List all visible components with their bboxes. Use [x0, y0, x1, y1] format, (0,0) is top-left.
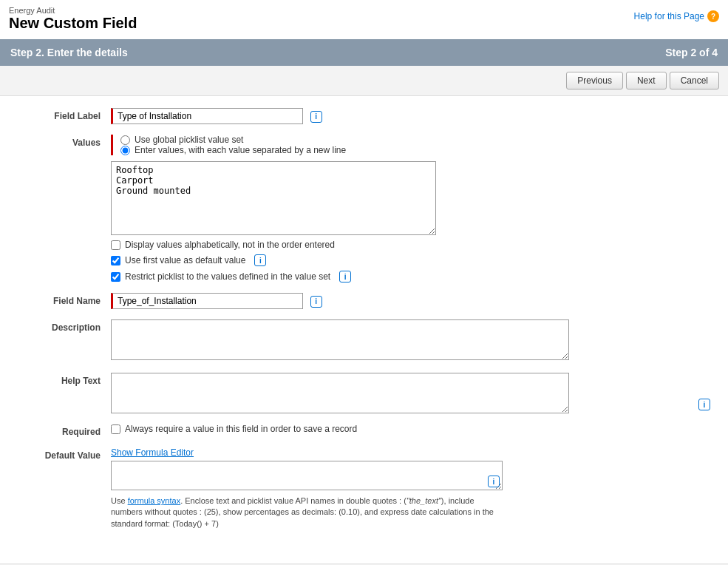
radio-enter-label: Enter values, with each value separated … [135, 145, 346, 155]
restrict-info-icon[interactable]: i [339, 271, 351, 282]
page-title: New Custom Field [9, 15, 719, 32]
default-value-label: Default Value [15, 447, 111, 461]
checkbox-required-label: Always require a value in this field in … [125, 424, 357, 434]
description-control [111, 319, 713, 362]
required-label: Required [15, 424, 111, 437]
values-label: Values [15, 135, 111, 148]
required-checkbox-row: Always require a value in this field in … [111, 424, 713, 434]
step-banner-left: Step 2. Enter the details [10, 47, 128, 58]
app-name: Energy Audit [9, 6, 719, 15]
checkbox-first-value-row: Use first value as default value i [111, 254, 713, 266]
default-value-info-icon[interactable]: i [488, 476, 500, 487]
page-container: Energy Audit New Custom Field Help for t… [0, 0, 728, 565]
values-row: Values Use global picklist value set Ent… [15, 135, 713, 282]
field-name-input[interactable] [111, 293, 303, 309]
show-formula-link[interactable]: Show Formula Editor [111, 447, 713, 458]
checkbox-restrict-row: Restrict picklist to the values defined … [111, 271, 713, 282]
field-label-input[interactable] [111, 108, 303, 124]
values-control: Use global picklist value set Enter valu… [111, 135, 713, 282]
previous-button-top[interactable]: Previous [566, 72, 623, 89]
help-text-row: Help Text i [15, 373, 713, 413]
formula-hint: Use formula syntax. Enclose text and pic… [111, 495, 503, 530]
radio-option-global: Use global picklist value set [120, 135, 713, 145]
help-text-info-icon[interactable]: i [698, 399, 710, 410]
cancel-button-top[interactable]: Cancel [670, 72, 719, 89]
step-banner: Step 2. Enter the details Step 2 of 4 [0, 39, 728, 66]
checkbox-restrict-label: Restrict picklist to the values defined … [125, 271, 330, 282]
field-name-label: Field Name [15, 293, 111, 306]
hint-example3: (0.10) [339, 507, 360, 516]
required-control: Always require a value in this field in … [111, 424, 713, 434]
description-label: Description [15, 319, 111, 333]
help-text-control: i [111, 373, 713, 413]
values-textarea[interactable]: Rooftop Carport Ground mounted [111, 161, 436, 235]
field-name-info-icon[interactable]: i [310, 296, 322, 308]
hint-example4: (Today() + 7) [172, 519, 219, 528]
checkbox-alphabetically[interactable] [111, 240, 120, 250]
step-banner-right: Step 2 of 4 [665, 47, 718, 58]
page-header: Energy Audit New Custom Field Help for t… [0, 0, 728, 39]
field-name-control: i [111, 293, 713, 309]
checkbox-alphabetically-label: Display values alphabetically, not in th… [125, 240, 335, 250]
radio-enter-values[interactable] [120, 146, 130, 155]
values-radio-group: Use global picklist value set Enter valu… [111, 135, 713, 155]
field-label-row: Field Label i [15, 108, 713, 124]
field-label-label: Field Label [15, 108, 111, 121]
checkbox-first-value-label: Use first value as default value [125, 255, 245, 265]
default-value-textarea[interactable] [111, 461, 503, 490]
radio-option-enter: Enter values, with each value separated … [120, 145, 713, 155]
formula-syntax-link[interactable]: formula syntax [128, 496, 181, 505]
help-link-text: Help for this Page [634, 11, 704, 21]
form-body: Field Label i Values Use global picklist… [0, 96, 728, 552]
hint-example1: ("the_text") [404, 496, 443, 505]
radio-global-picklist[interactable] [120, 135, 130, 145]
description-row: Description [15, 319, 713, 362]
checkbox-alphabetically-row: Display values alphabetically, not in th… [111, 240, 713, 250]
help-icon: ? [707, 10, 719, 22]
radio-global-label: Use global picklist value set [135, 135, 243, 145]
checkbox-first-value[interactable] [111, 256, 120, 265]
description-textarea[interactable] [111, 319, 569, 360]
required-row: Required Always require a value in this … [15, 424, 713, 437]
help-text-textarea[interactable] [111, 373, 569, 413]
toolbar-top: Previous Next Cancel [0, 66, 728, 96]
field-name-row: Field Name i [15, 293, 713, 309]
help-text-label: Help Text [15, 373, 111, 386]
field-label-info-icon[interactable]: i [310, 111, 322, 123]
next-button-top[interactable]: Next [626, 72, 667, 89]
default-value-input-wrap: i [111, 461, 503, 490]
default-value-row: Default Value Show Formula Editor i Use … [15, 447, 713, 530]
first-value-info-icon[interactable]: i [254, 254, 266, 266]
checkbox-required[interactable] [111, 424, 120, 434]
default-value-control: Show Formula Editor i Use formula syntax… [111, 447, 713, 530]
hint-example2: (25) [204, 507, 219, 516]
checkbox-restrict-picklist[interactable] [111, 272, 120, 282]
help-textarea-wrap: i [111, 373, 713, 413]
help-link[interactable]: Help for this Page ? [634, 10, 719, 22]
field-label-control: i [111, 108, 713, 124]
